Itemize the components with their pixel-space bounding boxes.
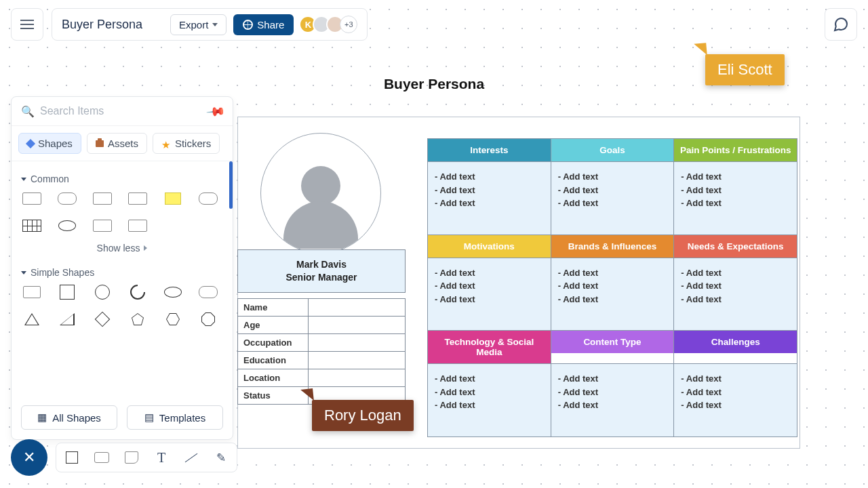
persona-role: Senior Manager bbox=[241, 271, 402, 284]
attr-value[interactable] bbox=[308, 369, 405, 387]
grid-header[interactable]: Technology & Social Media bbox=[428, 331, 551, 363]
grid-cell[interactable]: - Add text- Add text- Add text bbox=[428, 363, 551, 436]
shape-right-triangle[interactable] bbox=[56, 312, 78, 327]
grid-header[interactable]: Challenges bbox=[674, 331, 797, 353]
grid-header[interactable]: Pain Points / Frustrations bbox=[674, 139, 797, 161]
tab-stickers[interactable]: ★ Stickers bbox=[153, 133, 220, 154]
table-row[interactable]: Name bbox=[238, 299, 406, 317]
chevron-right-icon bbox=[144, 245, 147, 251]
comment-icon bbox=[833, 16, 849, 33]
persona-attributes-table[interactable]: NameAgeOccupationEducationLocationStatus bbox=[237, 298, 406, 405]
shape-item[interactable] bbox=[197, 191, 219, 206]
shape-item[interactable] bbox=[21, 191, 43, 206]
menu-button[interactable] bbox=[11, 8, 43, 41]
tool-rectangle[interactable] bbox=[62, 447, 82, 468]
title-bar: Buyer Persona Export Share K +3 bbox=[52, 8, 368, 41]
diamond-icon bbox=[26, 138, 35, 148]
grid-header[interactable]: Goals bbox=[551, 139, 674, 161]
table-row[interactable]: Education bbox=[238, 352, 406, 369]
grid-cell[interactable]: - Add text- Add text- Add text bbox=[428, 161, 551, 235]
all-shapes-label: All Shapes bbox=[52, 412, 101, 424]
shape-item[interactable] bbox=[127, 191, 149, 206]
table-row[interactable]: Age bbox=[238, 317, 406, 334]
grid-header[interactable]: Needs & Expectations bbox=[674, 235, 797, 258]
grid-cell[interactable]: - Add text- Add text- Add text bbox=[551, 363, 674, 436]
document-title[interactable]: Buyer Persona bbox=[62, 18, 163, 32]
tool-text[interactable]: T bbox=[151, 447, 172, 468]
all-shapes-button[interactable]: ▦ All Shapes bbox=[21, 405, 117, 430]
hamburger-icon bbox=[20, 20, 34, 29]
grid-cell[interactable]: - Add text- Add text- Add text bbox=[674, 258, 797, 331]
tab-label: Shapes bbox=[38, 138, 73, 149]
grid-header[interactable]: Motivations bbox=[428, 235, 551, 258]
cursor-icon bbox=[694, 43, 707, 56]
collaborator-cursor-rory: Rory Logan bbox=[312, 400, 414, 431]
export-button[interactable]: Export bbox=[170, 14, 226, 35]
grid-header[interactable]: Brands & Influences bbox=[551, 235, 674, 258]
quick-toolbar: T ✎ bbox=[56, 443, 237, 472]
persona-name-card[interactable]: Mark Davis Senior Manager bbox=[237, 249, 406, 293]
templates-button[interactable]: ▤ Templates bbox=[127, 405, 223, 430]
canvas-title[interactable]: Buyer Persona bbox=[384, 76, 484, 92]
tab-shapes[interactable]: Shapes bbox=[18, 133, 81, 154]
shape-square[interactable] bbox=[56, 285, 78, 300]
grid-header[interactable]: Interests bbox=[428, 139, 551, 161]
search-input[interactable] bbox=[40, 105, 208, 117]
section-common[interactable]: Common bbox=[21, 174, 223, 184]
shape-pentagon[interactable] bbox=[127, 312, 149, 327]
tab-assets[interactable]: Assets bbox=[87, 133, 147, 154]
grid-cell[interactable]: - Add text- Add text- Add text bbox=[674, 161, 797, 235]
search-icon: 🔍 bbox=[21, 105, 35, 118]
grid-cell[interactable]: - Add text- Add text- Add text bbox=[674, 363, 797, 436]
cursor-icon bbox=[300, 388, 314, 402]
tool-pen[interactable]: ✎ bbox=[211, 447, 231, 468]
attr-value[interactable] bbox=[308, 317, 405, 334]
shape-item[interactable] bbox=[56, 218, 78, 233]
show-less-toggle[interactable]: Show less bbox=[21, 239, 223, 260]
avatar-overflow[interactable]: +3 bbox=[340, 16, 357, 33]
shape-ellipse[interactable] bbox=[162, 285, 184, 300]
shape-donut[interactable] bbox=[127, 285, 149, 300]
shape-rounded-rect[interactable] bbox=[197, 285, 219, 300]
shape-item[interactable] bbox=[162, 191, 184, 206]
shape-circle[interactable] bbox=[92, 285, 113, 300]
table-row[interactable]: Occupation bbox=[238, 334, 406, 352]
table-row[interactable]: Location bbox=[238, 369, 406, 387]
shape-item[interactable] bbox=[127, 218, 149, 233]
section-label: Common bbox=[31, 174, 69, 184]
section-simple-shapes[interactable]: Simple Shapes bbox=[21, 267, 223, 278]
shape-item[interactable] bbox=[92, 218, 113, 233]
shape-diamond[interactable] bbox=[92, 312, 113, 327]
share-button[interactable]: Share bbox=[233, 14, 294, 35]
tool-card[interactable] bbox=[92, 447, 112, 468]
persona-photo[interactable] bbox=[260, 133, 381, 253]
tool-sticky[interactable] bbox=[121, 447, 142, 468]
tool-line[interactable] bbox=[181, 447, 201, 468]
attr-value[interactable] bbox=[308, 334, 405, 352]
shape-rectangle[interactable] bbox=[21, 285, 43, 300]
export-label: Export bbox=[179, 19, 208, 30]
shape-triangle[interactable] bbox=[21, 312, 43, 327]
scrollbar[interactable] bbox=[229, 161, 233, 209]
shape-item[interactable] bbox=[56, 191, 78, 206]
attr-value[interactable] bbox=[308, 299, 405, 317]
grid-cell[interactable]: - Add text- Add text- Add text bbox=[551, 161, 674, 235]
shape-item[interactable] bbox=[21, 218, 43, 233]
attr-value[interactable] bbox=[308, 352, 405, 369]
pin-icon[interactable]: 📌 bbox=[205, 101, 226, 122]
chevron-down-icon bbox=[212, 23, 218, 26]
grid-header[interactable]: Content Type bbox=[551, 331, 674, 353]
grid-cell[interactable]: - Add text- Add text- Add text bbox=[551, 258, 674, 331]
templates-label: Templates bbox=[159, 412, 205, 424]
shape-octagon[interactable] bbox=[197, 312, 219, 327]
show-less-label: Show less bbox=[97, 243, 140, 253]
shape-hexagon[interactable] bbox=[162, 312, 184, 327]
grid-icon: ▦ bbox=[37, 411, 47, 424]
shape-item[interactable] bbox=[92, 191, 113, 206]
comment-button[interactable] bbox=[825, 8, 857, 41]
globe-icon bbox=[243, 20, 253, 30]
close-fab[interactable]: ✕ bbox=[11, 439, 47, 476]
attr-label: Age bbox=[238, 317, 309, 334]
persona-grid[interactable]: InterestsGoalsPain Points / Frustrations… bbox=[427, 138, 797, 437]
grid-cell[interactable]: - Add text- Add text- Add text bbox=[428, 258, 551, 331]
